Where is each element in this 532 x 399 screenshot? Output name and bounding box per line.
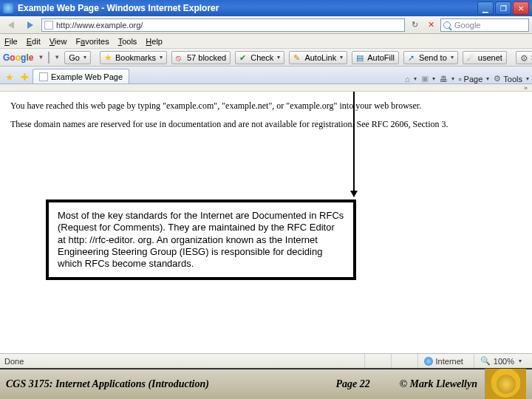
forward-button[interactable] (22, 18, 38, 33)
print-icon: 🖶 (440, 75, 448, 83)
page-icon (39, 72, 48, 81)
star-icon: ★ (104, 53, 113, 62)
globe-icon (424, 357, 433, 366)
tab-example-page[interactable]: Example Web Page (33, 69, 129, 83)
menu-view[interactable]: View (50, 37, 67, 46)
go-button[interactable]: Go▾ (64, 51, 91, 64)
usenet-button[interactable]: ☄usenet (463, 51, 507, 64)
arrow-right-icon (27, 21, 33, 29)
maximize-button[interactable]: ❐ (495, 1, 511, 15)
content-paragraph-1: You have reached this web page by typing… (10, 100, 522, 112)
arrow-left-icon (8, 21, 14, 29)
print-button[interactable]: 🖶▾ (440, 75, 454, 83)
footer-emblem (485, 369, 526, 399)
annotation-arrow (353, 92, 355, 197)
toolbar-expander: » (0, 84, 532, 92)
home-icon: ⌂ (405, 75, 410, 83)
status-empty-2 (391, 354, 413, 368)
google-search-input[interactable] (48, 52, 50, 64)
footer-author: © Mark Llewellyn (400, 378, 477, 390)
page-menu-button[interactable]: ▫Page▾ (459, 75, 490, 83)
status-zoom[interactable]: 🔍100%▾ (474, 354, 528, 368)
annotation-callout: Most of the key standards for the Intern… (46, 200, 356, 280)
content-paragraph-2: These domain names are reserved for use … (10, 119, 522, 130)
autofill-icon: ▤ (356, 53, 365, 62)
menu-tools[interactable]: Tools (118, 37, 137, 46)
favorites-star-button[interactable]: ★ (3, 70, 16, 83)
page-icon (44, 21, 53, 30)
tab-label: Example Web Page (51, 72, 123, 81)
menu-edit[interactable]: Edit (27, 37, 41, 46)
search-icon (443, 21, 451, 29)
window-buttons: ▁ ❐ ✕ (477, 1, 529, 15)
add-favorites-button[interactable]: ✚ (18, 70, 31, 83)
menu-bar: File Edit View Favorites Tools Help (0, 34, 532, 49)
address-bar: http://www.example.org/ ↻ ✕ Google (0, 16, 532, 34)
callout-text: Most of the key standards for the Intern… (58, 210, 344, 269)
status-zone[interactable]: Internet (417, 354, 469, 368)
window-title: Example Web Page - Windows Internet Expl… (18, 3, 477, 13)
check-icon: ✔ (239, 53, 248, 62)
slide-footer: CGS 3175: Internet Applications (Introdu… (0, 368, 532, 399)
page-icon: ▫ (459, 75, 462, 83)
page-content: You have reached this web page by typing… (0, 92, 532, 335)
pegasus-icon (497, 375, 516, 394)
autofill-button[interactable]: ▤AutoFill (352, 51, 399, 64)
ie-icon (3, 3, 13, 13)
refresh-button[interactable]: ↻ (408, 18, 421, 32)
usenet-icon: ☄ (467, 53, 476, 62)
rss-icon: ▣ (421, 74, 429, 83)
sendto-button[interactable]: ➚Send to▾ (403, 51, 458, 64)
settings-button[interactable]: ⚙Settings▾ (516, 51, 532, 64)
chevron-expand-icon[interactable]: » (524, 84, 528, 92)
tab-bar: ★ ✚ Example Web Page ⌂▾ ▣▾ 🖶▾ ▫Page▾ ⚙To… (0, 66, 532, 84)
status-bar: Done Internet 🔍100%▾ (0, 353, 532, 368)
tools-menu-button[interactable]: ⚙Tools▾ (494, 74, 529, 83)
back-button[interactable] (3, 18, 19, 33)
menu-file[interactable]: File (4, 37, 18, 46)
google-toolbar: Google ▼ ▼ Go▾ ★Bookmarks▾ ⦸57 blocked ✔… (0, 49, 532, 66)
autolink-icon: ✎ (293, 53, 302, 62)
autolink-button[interactable]: ✎AutoLink▾ (289, 51, 347, 64)
minimize-button[interactable]: ▁ (477, 1, 494, 15)
zoom-icon: 🔍 (480, 356, 491, 366)
footer-course: CGS 3175: Internet Applications (Introdu… (6, 378, 306, 390)
feeds-button[interactable]: ▣▾ (421, 74, 435, 83)
tools-icon: ⚙ (494, 74, 501, 83)
gear-icon: ⚙ (520, 53, 529, 62)
send-icon: ➚ (408, 53, 417, 62)
google-logo[interactable]: Google (3, 52, 33, 63)
menu-favorites[interactable]: Favorites (75, 37, 109, 46)
url-text: http://www.example.org/ (56, 21, 143, 30)
home-button[interactable]: ⌂▾ (405, 75, 417, 83)
status-text: Done (4, 357, 360, 366)
browser-search-input[interactable]: Google (440, 18, 529, 32)
block-icon: ⦸ (176, 53, 185, 62)
menu-help[interactable]: Help (146, 37, 163, 46)
bookmarks-button[interactable]: ★Bookmarks▾ (100, 51, 167, 64)
window-titlebar: Example Web Page - Windows Internet Expl… (0, 0, 532, 16)
check-button[interactable]: ✔Check▾ (235, 51, 284, 64)
stop-button[interactable]: ✕ (424, 18, 437, 32)
url-input[interactable]: http://www.example.org/ (41, 18, 405, 32)
footer-page: Page 22 (335, 378, 369, 390)
close-button[interactable]: ✕ (513, 1, 529, 15)
search-placeholder: Google (454, 21, 480, 30)
popup-blocked-button[interactable]: ⦸57 blocked (171, 51, 231, 64)
status-empty-1 (364, 354, 386, 368)
